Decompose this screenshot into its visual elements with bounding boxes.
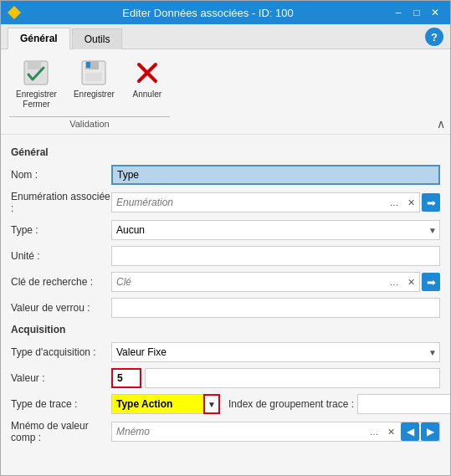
mnemo-label: Mnémo de valeur comp : (11, 420, 111, 443)
enumeration-row: Enumération associée : … ✕ ➡ (11, 191, 440, 214)
tab-general[interactable]: Général (8, 28, 70, 49)
valeur-rest-space (145, 368, 440, 388)
valeur-input[interactable] (111, 368, 141, 388)
close-button[interactable]: ✕ (427, 4, 443, 21)
cle-row: Clé de recherche : … ✕ ➡ (11, 272, 440, 292)
trace-select-wrapper: Type Action ▼ (111, 394, 220, 414)
index-groupement-input[interactable] (357, 394, 450, 414)
valeur-input-wrapper (111, 368, 440, 388)
nom-label: Nom : (11, 169, 111, 181)
save-close-label: EnregistrerFermer (16, 90, 57, 110)
mnemo-input-group: … ✕ ◀ ▶ (111, 422, 440, 442)
validation-label: Validation (69, 119, 110, 129)
valeur-verrou-label: Valeur de verrou : (11, 302, 111, 314)
save-close-button[interactable]: EnregistrerFermer (9, 54, 64, 113)
cle-dots-button[interactable]: … (386, 273, 402, 291)
valeur-verrou-row: Valeur de verrou : (11, 298, 440, 318)
type-acquisition-row: Type d'acquisition : Valeur Fixe ▼ (11, 342, 440, 362)
main-window: Editer Données associées - ID: 100 – □ ✕… (0, 0, 451, 476)
mnemo-input[interactable] (112, 424, 366, 439)
validation-section: EnregistrerFermer Enregistrer (9, 54, 170, 129)
valeur-label: Valeur : (11, 372, 111, 384)
tab-outils[interactable]: Outils (72, 28, 123, 49)
save-button[interactable]: Enregistrer (67, 54, 121, 113)
nom-input[interactable] (111, 165, 440, 185)
type-select[interactable]: Aucun (111, 220, 440, 240)
enumeration-input-group: … ✕ (111, 192, 420, 212)
cancel-label: Annuler (133, 90, 161, 99)
cancel-button[interactable]: Annuler (125, 54, 170, 113)
app-icon (8, 6, 21, 19)
cancel-icon (132, 58, 162, 88)
type-acquisition-label: Type d'acquisition : (11, 346, 111, 358)
form-area: Général Nom : Enumération associée : … ✕… (1, 135, 450, 475)
minimize-button[interactable]: – (390, 4, 407, 21)
svg-rect-1 (28, 61, 41, 69)
svg-rect-5 (85, 73, 102, 81)
type-select-wrapper: Aucun ▼ (111, 220, 440, 240)
tab-bar: Général Outils ? (1, 24, 450, 49)
enumeration-label: Enumération associée : (11, 191, 111, 214)
type-acquisition-wrapper: Valeur Fixe ▼ (111, 342, 440, 362)
nom-row: Nom : (11, 165, 440, 185)
enumeration-clear-button[interactable]: ✕ (402, 193, 419, 212)
section-general-title: Général (11, 146, 440, 160)
mnemo-clear-button[interactable]: ✕ (382, 422, 399, 441)
mnemo-nav-forward-button[interactable]: ▶ (421, 422, 439, 441)
unite-label: Unité : (11, 250, 111, 262)
unite-row: Unité : (11, 246, 440, 266)
save-icon (79, 58, 109, 88)
type-row: Type : Aucun ▼ (11, 220, 440, 240)
toolbar-buttons: EnregistrerFermer Enregistrer (9, 54, 170, 113)
cle-input-group: … ✕ (111, 272, 420, 292)
valeur-row: Valeur : (11, 368, 440, 388)
index-groupement-label: Index de groupement trace : (228, 398, 354, 410)
toolbar-collapse-button[interactable]: ∧ (437, 117, 445, 131)
help-button[interactable]: ? (425, 28, 443, 46)
enumeration-dots-button[interactable]: … (386, 193, 402, 212)
mnemo-row: Mnémo de valeur comp : … ✕ ◀ ▶ (11, 420, 440, 443)
maximize-button[interactable]: □ (408, 4, 425, 21)
title-controls: – □ ✕ (390, 4, 443, 21)
unite-input[interactable] (111, 246, 440, 266)
title-bar: Editer Données associées - ID: 100 – □ ✕ (1, 1, 450, 24)
cle-clear-button[interactable]: ✕ (402, 273, 419, 291)
enumeration-input[interactable] (112, 195, 386, 210)
type-acquisition-select[interactable]: Valeur Fixe (111, 342, 440, 362)
type-label: Type : (11, 224, 111, 236)
cle-arrow-button[interactable]: ➡ (422, 273, 440, 291)
valeur-verrou-input[interactable] (111, 298, 440, 318)
svg-rect-6 (86, 62, 90, 68)
save-label: Enregistrer (74, 90, 115, 99)
mnemo-dots-button[interactable]: … (366, 422, 382, 441)
section-acquisition-title: Acquisition (11, 324, 440, 337)
window-title: Editer Données associées - ID: 100 (26, 7, 390, 19)
type-trace-label: Type de trace : (11, 398, 111, 410)
cle-input[interactable] (112, 274, 386, 289)
save-close-icon (21, 58, 51, 88)
enumeration-arrow-button[interactable]: ➡ (422, 193, 440, 212)
type-trace-select[interactable]: Type Action (111, 394, 220, 414)
cle-label: Clé de recherche : (11, 276, 111, 288)
mnemo-nav-back-button[interactable]: ◀ (401, 422, 419, 441)
mnemo-buttons: … ✕ ◀ ▶ (366, 422, 439, 441)
type-trace-row: Type de trace : Type Action ▼ Index de g… (11, 394, 440, 414)
toolbar: EnregistrerFermer Enregistrer (1, 49, 450, 135)
